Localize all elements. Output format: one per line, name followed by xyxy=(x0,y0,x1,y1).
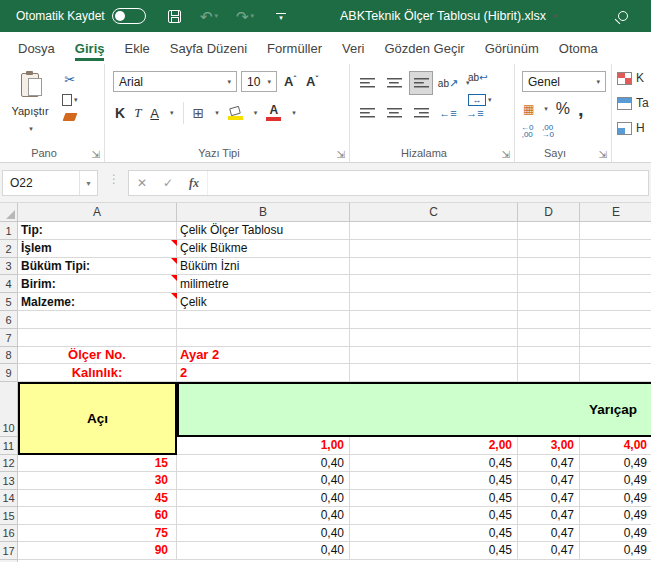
cell-A2[interactable]: İşlem xyxy=(18,240,177,258)
cell-A17[interactable]: 90 xyxy=(18,542,177,560)
row-header-16[interactable]: 16 xyxy=(0,525,18,543)
select-all-corner[interactable] xyxy=(0,203,18,222)
cell-D16[interactable]: 0,47 xyxy=(518,525,580,543)
cell-C13[interactable]: 0,45 xyxy=(350,472,518,490)
redo-icon[interactable]: ↷▾ xyxy=(236,0,254,32)
row-header-1[interactable]: 1 xyxy=(0,222,18,240)
cell-D2[interactable] xyxy=(518,240,580,258)
align-right-icon[interactable] xyxy=(410,102,432,124)
row-header-9[interactable]: 9 xyxy=(0,364,18,382)
align-left-icon[interactable] xyxy=(356,102,378,124)
cell-E5[interactable] xyxy=(580,293,651,311)
dialog-launcher-icon[interactable]: ⇲ xyxy=(337,149,345,160)
paste-button[interactable]: Yapıştır ▾ xyxy=(6,69,54,137)
cell-E6[interactable] xyxy=(580,311,651,329)
cell-D9[interactable] xyxy=(518,364,580,382)
column-header-D[interactable]: D xyxy=(518,203,580,222)
cell-A14[interactable]: 45 xyxy=(18,490,177,508)
cell-E8[interactable] xyxy=(580,347,651,365)
cell-A1[interactable]: Tip: xyxy=(18,222,177,240)
cell-C16[interactable]: 0,45 xyxy=(350,525,518,543)
cell-A3[interactable]: Büküm Tipi: xyxy=(18,258,177,276)
formula-input[interactable] xyxy=(207,171,648,195)
row-header-15[interactable]: 15 xyxy=(0,507,18,525)
font-color-icon[interactable]: A xyxy=(266,105,281,121)
cell-A4[interactable]: Birim: xyxy=(18,275,177,293)
cell-B12[interactable]: 0,40 xyxy=(177,455,350,473)
cell-A16[interactable]: 75 xyxy=(18,525,177,543)
number-format-select[interactable]: Genel▾ xyxy=(522,71,606,92)
cell-E4[interactable] xyxy=(580,275,651,293)
font-size-select[interactable]: 10▾ xyxy=(241,71,277,92)
underline-button[interactable]: A xyxy=(150,106,159,121)
tab-görünüm[interactable]: Görünüm xyxy=(475,32,549,64)
cell-C8[interactable] xyxy=(350,347,518,365)
cell-styles-button[interactable]: H xyxy=(617,121,645,135)
autosave-toggle[interactable] xyxy=(112,8,146,24)
cell-C3[interactable] xyxy=(350,258,518,276)
cell-angle-header[interactable]: Açı xyxy=(18,382,177,455)
cell-E9[interactable] xyxy=(580,364,651,382)
column-header-E[interactable]: E xyxy=(580,203,651,222)
row-header-8[interactable]: 8 xyxy=(0,347,18,365)
cell-A6[interactable] xyxy=(18,311,177,329)
row-header-3[interactable]: 3 xyxy=(0,258,18,276)
row-header-11[interactable]: 11 xyxy=(0,437,18,455)
format-as-table-button[interactable]: Ta xyxy=(617,96,649,110)
chevron-down-icon[interactable]: ▼ xyxy=(79,171,97,195)
row-header-12[interactable]: 12 xyxy=(0,455,18,473)
row-header-13[interactable]: 13 xyxy=(0,472,18,490)
cell-E15[interactable]: 0,49 xyxy=(580,507,651,525)
cell-B17[interactable]: 0,40 xyxy=(177,542,350,560)
font-name-select[interactable]: Arial▾ xyxy=(113,71,237,92)
cell-B5[interactable]: Çelik xyxy=(177,293,350,311)
cell-A7[interactable] xyxy=(18,329,177,347)
align-bottom-icon[interactable] xyxy=(410,72,432,94)
cell-E7[interactable] xyxy=(580,329,651,347)
cut-icon[interactable]: ✂ xyxy=(62,72,78,87)
tab-dosya[interactable]: Dosya xyxy=(8,32,65,64)
enter-icon[interactable]: ✓ xyxy=(155,176,181,190)
cell-radius-header[interactable]: Yarıçap xyxy=(177,382,651,437)
cell-B14[interactable]: 0,40 xyxy=(177,490,350,508)
cell-D8[interactable] xyxy=(518,347,580,365)
accounting-format-icon[interactable]: ▦ xyxy=(523,102,534,116)
cell-A13[interactable]: 30 xyxy=(18,472,177,490)
dialog-launcher-icon[interactable]: ⇲ xyxy=(599,149,607,160)
conditional-formatting-button[interactable]: K xyxy=(617,71,644,85)
cell-E17[interactable]: 0,49 xyxy=(580,542,651,560)
cell-C17[interactable]: 0,45 xyxy=(350,542,518,560)
cell-E1[interactable] xyxy=(580,222,651,240)
cell-E14[interactable]: 0,49 xyxy=(580,490,651,508)
cell-C7[interactable] xyxy=(350,329,518,347)
cell-B2[interactable]: Çelik Bükme xyxy=(177,240,350,258)
tab-gözden-geçir[interactable]: Gözden Geçir xyxy=(374,32,474,64)
row-header-10[interactable]: 10 xyxy=(0,382,18,437)
cell-C2[interactable] xyxy=(350,240,518,258)
cell-E2[interactable] xyxy=(580,240,651,258)
row-header-6[interactable]: 6 xyxy=(0,311,18,329)
cell-B6[interactable] xyxy=(177,311,350,329)
column-header-C[interactable]: C xyxy=(350,203,518,222)
cell-D7[interactable] xyxy=(518,329,580,347)
save-icon[interactable] xyxy=(168,0,181,32)
copy-icon[interactable]: ▾ xyxy=(62,94,78,106)
cell-C14[interactable]: 0,45 xyxy=(350,490,518,508)
row-header-5[interactable]: 5 xyxy=(0,293,18,311)
decrease-indent-icon[interactable]: ←≡ xyxy=(437,102,459,124)
cell-A8[interactable]: Ölçer No. xyxy=(18,347,177,365)
cell-C1[interactable] xyxy=(350,222,518,240)
cell-D4[interactable] xyxy=(518,275,580,293)
cell-E13[interactable]: 0,49 xyxy=(580,472,651,490)
bold-button[interactable]: K xyxy=(115,105,125,121)
dialog-launcher-icon[interactable]: ⇲ xyxy=(502,149,510,160)
cell-C5[interactable] xyxy=(350,293,518,311)
insert-function-icon[interactable]: fx xyxy=(181,176,207,191)
cell-A12[interactable]: 15 xyxy=(18,455,177,473)
undo-icon[interactable]: ↶▾ xyxy=(200,0,218,32)
align-top-icon[interactable] xyxy=(356,72,378,94)
name-box[interactable]: O22 ▼ xyxy=(2,170,98,196)
cell-B4[interactable]: milimetre xyxy=(177,275,350,293)
comma-style-icon[interactable]: , xyxy=(578,104,584,114)
search-icon[interactable] xyxy=(618,0,628,32)
